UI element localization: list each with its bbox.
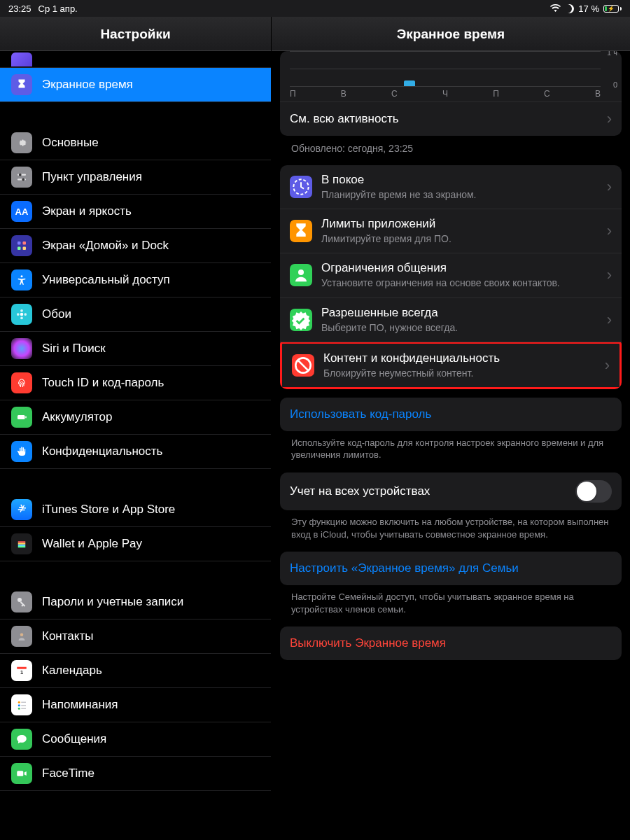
sidebar-item-label: Календарь: [42, 664, 102, 678]
alldevices-footer: Эту функцию можно включить на любом устр…: [280, 510, 622, 543]
sidebar-item-siri[interactable]: Siri и Поиск: [0, 332, 271, 366]
sidebar-item-label: Обои: [42, 307, 71, 321]
family-footer: Настройте Семейный доступ, чтобы учитыва…: [280, 585, 622, 618]
sidebar-item-label: Универсальный доступ: [42, 273, 170, 287]
sidebar-item-label: Wallet и Apple Pay: [42, 537, 142, 551]
option-content-privacy[interactable]: Контент и конфиденциальностьБлокируйте н…: [282, 344, 620, 387]
sidebar-item-screentime[interactable]: Экранное время: [0, 68, 271, 102]
detail-pane: Экранное время 1 ч 0 П В: [272, 17, 630, 840]
svg-rect-6: [18, 247, 21, 251]
sidebar-item-appstore[interactable]: iTunes Store и App Store: [0, 493, 271, 527]
messages-icon: [11, 729, 32, 750]
sidebar-item-wallet[interactable]: Wallet и Apple Pay: [0, 527, 271, 561]
sidebar-item-label: Siri и Поиск: [42, 342, 106, 356]
option-communication[interactable]: Ограничения общенияУстановите ограничени…: [280, 253, 622, 298]
sidebar-item-label: Экран и яркость: [42, 204, 132, 218]
family-card: Настроить «Экранное время» для Семьи: [280, 552, 622, 585]
sidebar-item-general[interactable]: Основные: [0, 126, 271, 160]
svg-rect-29: [21, 708, 26, 710]
svg-rect-0: [18, 174, 26, 176]
see-all-activity[interactable]: См. всю активность ›: [280, 102, 622, 136]
svg-point-24: [18, 701, 20, 704]
checkmark-seal-icon: [290, 309, 312, 331]
svg-rect-19: [18, 546, 26, 547]
hourglass-icon: [290, 220, 312, 242]
wallet-icon: [11, 533, 32, 554]
svg-point-2: [19, 174, 22, 176]
person-icon: [290, 264, 312, 286]
fingerprint-icon: [11, 372, 32, 393]
sidebar-item-calendar[interactable]: 1Календарь: [0, 654, 271, 688]
sidebar-item-passwords[interactable]: Пароли и учетные записи: [0, 585, 271, 620]
usage-chart: 1 ч 0 П В С Ч П С В: [280, 51, 622, 102]
sidebar-item-facetime[interactable]: FaceTime: [0, 757, 271, 791]
option-downtime[interactable]: В покоеПланируйте время не за экраном. ›: [280, 165, 622, 209]
svg-text:1: 1: [20, 669, 23, 676]
sidebar-item-label: Напоминания: [42, 698, 118, 712]
svg-rect-27: [21, 702, 26, 704]
passcode-footer: Используйте код-пароль для контроля наст…: [280, 431, 622, 464]
sidebar-item-control-center[interactable]: Пункт управления: [0, 160, 271, 195]
accessibility-icon: [11, 270, 32, 290]
sidebar-item-label: Touch ID и код-пароль: [42, 376, 164, 390]
svg-point-13: [24, 313, 27, 316]
option-app-limits[interactable]: Лимиты приложенийЛимитируйте время для П…: [280, 209, 622, 253]
sidebar-item-contacts[interactable]: Контакты: [0, 620, 271, 654]
wifi-icon: [550, 4, 561, 14]
chevron-right-icon: ›: [605, 356, 610, 374]
sidebar-item-partial[interactable]: [0, 51, 271, 68]
sidebar-item-home-dock[interactable]: Экран «Домой» и Dock: [0, 229, 271, 263]
facetime-icon: [11, 763, 32, 784]
sidebar-item-label: Экран «Домой» и Dock: [42, 239, 169, 253]
turn-off-screentime-link[interactable]: Выключить Экранное время: [280, 626, 622, 660]
nosign-icon: [292, 354, 314, 377]
use-passcode-link[interactable]: Использовать код-пароль: [280, 398, 622, 431]
sidebar-item-battery[interactable]: Аккумулятор: [0, 400, 271, 435]
status-time: 23:25: [8, 4, 31, 14]
sidebar-item-accessibility[interactable]: Универсальный доступ: [0, 263, 271, 298]
options-card: В покоеПланируйте время не за экраном. ›…: [280, 165, 622, 389]
chevron-right-icon: ›: [607, 311, 612, 329]
sidebar-item-label: FaceTime: [42, 766, 94, 780]
dnd-moon-icon: [565, 4, 574, 13]
battery-icon: ⚡: [603, 5, 622, 13]
svg-rect-1: [18, 178, 26, 180]
svg-rect-18: [18, 545, 26, 546]
svg-rect-28: [21, 705, 26, 706]
chevron-right-icon: ›: [607, 178, 612, 196]
option-always-allowed[interactable]: Разрешенные всегдаВыберите ПО, нужное вс…: [280, 298, 622, 342]
svg-point-32: [298, 270, 304, 275]
svg-point-10: [20, 309, 23, 312]
status-date: Ср 1 апр.: [38, 4, 78, 14]
sidebar-item-messages[interactable]: Сообщения: [0, 722, 271, 757]
turnoff-card: Выключить Экранное время: [280, 626, 622, 660]
svg-rect-22: [17, 667, 27, 669]
svg-point-9: [20, 313, 24, 316]
sidebar-item-privacy[interactable]: Конфиденциальность: [0, 435, 271, 469]
chevron-right-icon: ›: [607, 110, 612, 128]
sidebar-item-label: Сообщения: [42, 732, 106, 746]
alldevices-card: Учет на всех устройствах: [280, 472, 622, 510]
svg-rect-7: [23, 247, 27, 251]
siri-icon: [11, 338, 32, 359]
chart-ylabel: 0: [613, 80, 617, 89]
share-across-devices-toggle[interactable]: [575, 480, 612, 503]
sidebar-item-reminders[interactable]: Напоминания: [0, 688, 271, 722]
svg-point-21: [20, 634, 24, 637]
sidebar-item-wallpaper[interactable]: Обои: [0, 298, 271, 332]
svg-point-8: [21, 275, 23, 277]
svg-rect-5: [23, 241, 27, 245]
reminders-icon: [11, 694, 32, 715]
downtime-icon: [290, 176, 312, 198]
share-across-devices-row: Учет на всех устройствах: [280, 472, 622, 510]
hourglass-icon: [11, 74, 32, 95]
sidebar-item-touchid[interactable]: Touch ID и код-пароль: [0, 366, 271, 400]
highlight-annotation: Контент и конфиденциальностьБлокируйте н…: [280, 342, 622, 389]
chevron-right-icon: ›: [607, 266, 612, 284]
sidebar-item-display[interactable]: AAЭкран и яркость: [0, 195, 271, 229]
flower-icon: [11, 304, 32, 325]
sidebar-item-label: iTunes Store и App Store: [42, 503, 175, 517]
setup-family-link[interactable]: Настроить «Экранное время» для Семьи: [280, 552, 622, 585]
svg-rect-14: [18, 415, 25, 419]
usage-chart-card: 1 ч 0 П В С Ч П С В: [280, 51, 622, 136]
